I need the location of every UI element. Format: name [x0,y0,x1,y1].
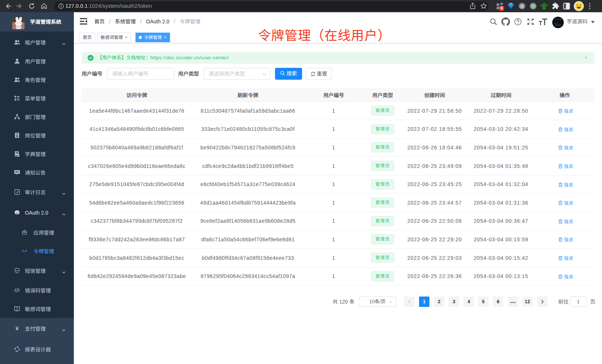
svg-text:⌘: ⌘ [520,4,524,9]
svg-text:9: 9 [501,6,503,10]
svg-text:¥: ¥ [16,325,19,331]
